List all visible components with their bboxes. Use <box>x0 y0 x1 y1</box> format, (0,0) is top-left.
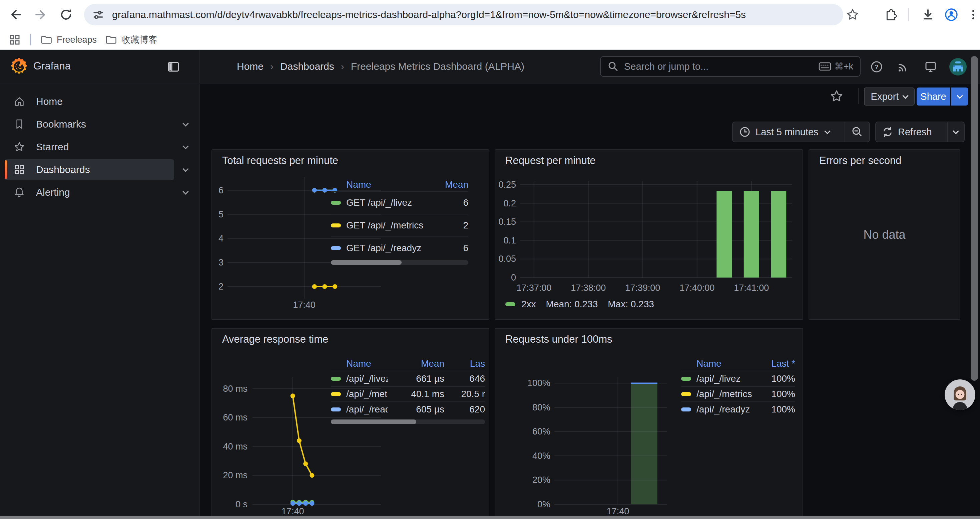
legend-row[interactable]: /api/_/readyz 100% <box>681 401 795 417</box>
bookmark-label: Freeleaps <box>57 35 97 45</box>
svg-text:20 ms: 20 ms <box>223 470 248 480</box>
sidebar-item-alerting[interactable]: Alerting <box>0 181 200 204</box>
panel-errors-per-second: Errors per second No data <box>808 149 960 320</box>
legend-row[interactable]: /api/_/livez 661 µs 646 <box>331 371 485 386</box>
legend-header-last[interactable]: Las <box>444 358 485 369</box>
browser-toolbar: grafana.mathmast.com/d/deytv4rwavabkb/fr… <box>0 0 980 29</box>
series-swatch <box>505 302 515 306</box>
window-bottom-edge <box>0 516 980 519</box>
breadcrumb-dashboards[interactable]: Dashboards <box>280 61 334 72</box>
bookmark-star-icon[interactable] <box>845 7 860 22</box>
news-rss-icon[interactable] <box>895 59 911 75</box>
sidebar-item-home[interactable]: Home <box>0 90 200 113</box>
svg-text:17:40:00: 17:40:00 <box>679 283 714 293</box>
page-scrollbar-thumb[interactable] <box>970 56 978 381</box>
sidebar-item-dashboards[interactable]: Dashboards <box>0 158 200 181</box>
legend-header-name[interactable]: Name <box>346 179 428 190</box>
zoom-out-button[interactable] <box>845 122 869 142</box>
time-range-picker[interactable]: Last 5 minutes <box>733 122 845 142</box>
legend-row[interactable]: /api/_/metrics 40.1 ms 20.5 r <box>331 386 485 401</box>
legend-row[interactable]: GET /api/_/livez 6 <box>331 191 468 214</box>
search-input[interactable]: Search or jump to... ⌘+k <box>600 56 861 77</box>
monitor-icon[interactable] <box>923 59 939 75</box>
svg-text:0.05: 0.05 <box>498 254 516 264</box>
favorite-star-icon[interactable] <box>829 89 844 104</box>
profile-icon[interactable] <box>944 7 959 22</box>
panel-requests-under-100ms: Requests under 100ms 100%80%60%40%20%0%1… <box>495 328 803 519</box>
svg-text:3: 3 <box>218 257 223 268</box>
svg-text:17:40: 17:40 <box>282 506 304 516</box>
breadcrumb: Home › Dashboards › Freeleaps Metrics Da… <box>237 50 524 83</box>
user-avatar[interactable] <box>949 58 967 75</box>
series-swatch <box>331 407 341 412</box>
legend-header-name[interactable]: Name <box>346 358 388 369</box>
download-icon[interactable] <box>921 7 935 22</box>
url-bar[interactable]: grafana.mathmast.com/d/deytv4rwavabkb/fr… <box>84 4 843 26</box>
svg-text:0.25: 0.25 <box>498 180 516 190</box>
svg-text:0.15: 0.15 <box>498 217 516 227</box>
share-button[interactable]: Share <box>916 88 950 105</box>
reload-icon[interactable] <box>59 7 73 22</box>
panel-title[interactable]: Average response time <box>222 333 328 345</box>
sidebar-item-bookmarks[interactable]: Bookmarks <box>0 113 200 136</box>
panel-title[interactable]: Request per minute <box>505 155 596 167</box>
legend-row[interactable]: GET /api/_/readyz 6 <box>331 236 468 259</box>
toolbar-divider <box>908 8 908 21</box>
bookmark-folder-freeleaps[interactable]: Freeleaps <box>40 32 97 47</box>
home-icon <box>13 96 25 107</box>
legend-header-last[interactable]: Last * <box>752 358 795 369</box>
chevron-down-icon[interactable] <box>183 188 188 194</box>
sidebar-toggle-icon[interactable] <box>167 60 180 73</box>
legend-inline[interactable]: 2xx Mean: 0.233 Max: 0.233 <box>505 299 664 310</box>
bookmarks-divider <box>30 34 31 45</box>
keyboard-icon <box>819 62 831 71</box>
legend-row[interactable]: /api/_/livez 100% <box>681 371 795 386</box>
svg-text:0: 0 <box>511 273 516 283</box>
panel-title[interactable]: Requests under 100ms <box>505 333 612 345</box>
grafana-header: Grafana Home › Dashboards › Freeleaps Me… <box>0 50 980 83</box>
svg-text:4: 4 <box>218 233 223 243</box>
forward-icon[interactable] <box>33 7 48 22</box>
sidebar-nav: Home Bookmarks Starred Dashboards <box>0 90 200 204</box>
panel-total-requests: Total requests per minute 6543217:40 Nam… <box>212 149 489 320</box>
assistant-avatar-widget[interactable] <box>945 379 975 410</box>
bookmark-folder-blogs[interactable]: 收藏博客 <box>105 32 158 47</box>
legend-header-name[interactable]: Name <box>697 358 752 369</box>
chevron-down-icon[interactable] <box>183 166 188 172</box>
svg-text:?: ? <box>875 64 878 70</box>
series-swatch <box>331 224 341 227</box>
breadcrumb-separator: › <box>341 61 344 72</box>
legend-row[interactable]: GET /api/_/metrics 2 <box>331 214 468 236</box>
svg-text:40 ms: 40 ms <box>223 442 248 452</box>
panel-title[interactable]: Total requests per minute <box>222 155 338 167</box>
legend-scrollbar[interactable] <box>331 420 485 424</box>
breadcrumb-home[interactable]: Home <box>237 61 264 72</box>
chevron-down-icon[interactable] <box>183 143 188 149</box>
refresh-sync-icon <box>882 126 893 137</box>
bookmark-label: 收藏博客 <box>121 34 158 46</box>
browser-menu-icon[interactable] <box>966 7 980 22</box>
legend-header-mean[interactable]: Mean <box>428 179 468 190</box>
help-icon[interactable]: ? <box>869 59 885 75</box>
legend-row[interactable]: /api/_/metrics 100% <box>681 386 795 401</box>
legend-header-mean[interactable]: Mean <box>388 358 444 369</box>
svg-text:0 s: 0 s <box>235 499 248 509</box>
grafana-logo[interactable] <box>10 57 29 76</box>
apps-grid-icon[interactable] <box>7 32 22 47</box>
panel-title[interactable]: Errors per second <box>819 155 901 167</box>
sidebar-item-starred[interactable]: Starred <box>0 136 200 158</box>
share-dropdown-button[interactable] <box>951 88 968 105</box>
back-icon[interactable] <box>8 7 23 22</box>
legend-row[interactable]: /api/_/readyz 605 µs 620 <box>331 401 485 417</box>
legend-scrollbar[interactable] <box>331 260 468 265</box>
brand-title[interactable]: Grafana <box>33 60 71 72</box>
site-settings-icon[interactable] <box>91 8 105 21</box>
refresh-button[interactable]: Refresh <box>876 122 947 142</box>
chevron-down-icon[interactable] <box>183 120 188 126</box>
actions-divider <box>858 88 859 104</box>
extensions-icon[interactable] <box>883 7 897 22</box>
refresh-interval-dropdown[interactable] <box>948 122 964 142</box>
export-button[interactable]: Export <box>864 88 915 105</box>
time-range-label: Last 5 minutes <box>756 126 819 137</box>
search-placeholder: Search or jump to... <box>624 61 819 72</box>
